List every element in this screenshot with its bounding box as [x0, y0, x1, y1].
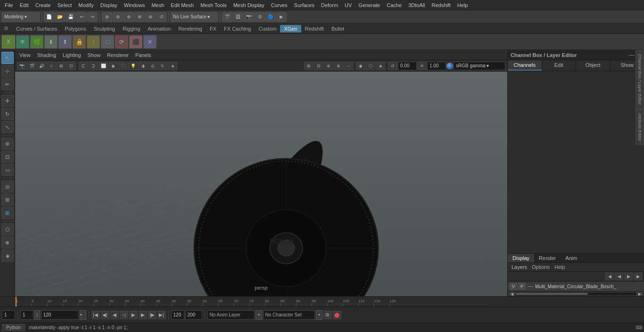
- shelf-tab-sculpting[interactable]: Sculpting: [90, 25, 119, 32]
- menu-edit[interactable]: Edit: [17, 1, 32, 9]
- menu-mesh-tools[interactable]: Mesh Tools: [198, 1, 229, 9]
- shelf-icon-5[interactable]: ⬆: [58, 35, 72, 49]
- vp-menu-shading[interactable]: Shading: [35, 52, 58, 58]
- ly-sub-help[interactable]: Help: [553, 264, 567, 270]
- render-btn-1[interactable]: 🎬: [222, 12, 232, 22]
- shelf-icon-10[interactable]: ⬛: [129, 35, 142, 49]
- shelf-icon-6[interactable]: 🔒: [73, 35, 86, 49]
- shelf-icon-1[interactable]: X: [2, 35, 15, 49]
- vp-exposure-value[interactable]: 1.00: [427, 62, 446, 70]
- menu-mesh-display[interactable]: Mesh Display: [231, 1, 267, 9]
- vp-icon-iso[interactable]: ⊏: [79, 62, 88, 70]
- vp-icon-extra-1[interactable]: ⊞: [304, 62, 314, 70]
- snap-btn-1[interactable]: ⊕: [102, 12, 112, 22]
- select-tool[interactable]: ↖: [1, 52, 14, 64]
- ly-tab-display[interactable]: Display: [508, 254, 534, 262]
- python-tab[interactable]: Python: [2, 324, 25, 331]
- max-frame-input[interactable]: 200: [185, 310, 202, 320]
- play-fwd-btn[interactable]: ▶: [129, 311, 138, 319]
- move-tool[interactable]: ✛: [1, 95, 14, 107]
- ly-sub-options[interactable]: Options: [530, 264, 552, 270]
- menu-cache[interactable]: Cache: [384, 1, 405, 9]
- color-space-dropdown[interactable]: sRGB gamma ▾: [454, 62, 505, 70]
- ch-tab-channels[interactable]: Channels: [508, 60, 542, 71]
- next-frame-btn[interactable]: ▶: [139, 311, 147, 319]
- vp-icon-grid[interactable]: ⊞: [57, 62, 66, 70]
- menu-display[interactable]: Display: [98, 1, 120, 9]
- poly-sel-2[interactable]: ⊕: [1, 236, 14, 249]
- snap-btn-6[interactable]: ↺: [156, 12, 166, 22]
- ly-layer-name[interactable]: Multi_Material_Circular_Blade_Bosch_: [535, 284, 642, 289]
- edge-tab-attribute[interactable]: Attribute Editor: [636, 109, 644, 146]
- xray-tool[interactable]: ◎: [1, 180, 14, 193]
- menu-deform[interactable]: Deform: [318, 1, 341, 9]
- scroll-track[interactable]: [515, 292, 636, 295]
- render-btn-2[interactable]: 🖼: [233, 12, 243, 22]
- shelf-icon-4[interactable]: ⬇: [44, 35, 58, 49]
- mode-dropdown[interactable]: Modeling ▾: [2, 12, 40, 22]
- shelf-tab-fx[interactable]: FX: [206, 25, 220, 32]
- shelf-tab-polygons[interactable]: Polygons: [61, 25, 90, 32]
- vp-icon-snap[interactable]: ⊹: [47, 62, 56, 70]
- ly-next-btn[interactable]: ▶: [624, 273, 633, 280]
- menu-create[interactable]: Create: [33, 1, 54, 9]
- marquee-tool[interactable]: ▭: [1, 164, 14, 176]
- menu-help[interactable]: Help: [454, 1, 471, 9]
- shelf-icon-7[interactable]: ↕: [87, 35, 100, 49]
- next-key-btn[interactable]: |▶: [148, 311, 157, 319]
- menu-mesh[interactable]: Mesh: [149, 1, 167, 9]
- shelf-icon-3[interactable]: 🌿: [30, 35, 43, 49]
- shelf-tab-xgen[interactable]: XGen: [280, 25, 301, 32]
- viewport-canvas[interactable]: BOSCH x y z persp: [15, 72, 507, 296]
- ly-playback-btn[interactable]: P: [518, 283, 526, 290]
- soft-sel-tool[interactable]: ⊛: [1, 138, 14, 150]
- show-manip-tool[interactable]: ⊡: [1, 151, 14, 163]
- shelf-icon-8[interactable]: ⬡: [101, 35, 114, 49]
- edge-tab-channel-box[interactable]: Channel Box / Layer Editor: [636, 50, 644, 109]
- vp-icon-sel[interactable]: ◈: [376, 62, 385, 70]
- vp-icon-extra-2[interactable]: ⊟: [314, 62, 323, 70]
- new-scene-btn[interactable]: 📄: [44, 12, 54, 22]
- ly-tab-render[interactable]: Render: [534, 254, 561, 262]
- render-btn-5[interactable]: 🔵: [265, 12, 276, 22]
- shelf-tab-rendering[interactable]: Rendering: [174, 25, 206, 32]
- vp-menu-view[interactable]: View: [17, 52, 33, 58]
- shelf-tab-animation[interactable]: Animation: [144, 25, 174, 32]
- snap-btn-4[interactable]: ⊕: [134, 12, 145, 22]
- ly-prev2-btn[interactable]: ◀: [615, 273, 623, 280]
- vp-icon-extra-4[interactable]: ⊗: [334, 62, 343, 70]
- playback-settings-btn[interactable]: ⚙: [323, 311, 332, 319]
- skip-end-btn[interactable]: ▶|: [157, 311, 166, 319]
- vp-color-swatch[interactable]: [446, 63, 453, 69]
- shelf-tab-custom[interactable]: Custom: [255, 25, 281, 32]
- vp-menu-renderer[interactable]: Renderer: [105, 52, 131, 58]
- vp-icon-extra-3[interactable]: ⊕: [324, 62, 333, 70]
- ly-tab-anim[interactable]: Anim: [561, 254, 582, 262]
- vp-icon-extra-5[interactable]: ↔: [344, 62, 353, 70]
- vp-icon-tex[interactable]: ⬛: [118, 62, 128, 70]
- menu-curves[interactable]: Curves: [268, 1, 290, 9]
- shelf-icon-9[interactable]: ⟳: [115, 35, 128, 49]
- menu-uv[interactable]: UV: [342, 1, 355, 9]
- anim-layer-expand[interactable]: ▾: [256, 310, 262, 320]
- scroll-right-btn[interactable]: ▶: [636, 292, 643, 296]
- vp-icon-smooth[interactable]: ◉: [108, 62, 118, 70]
- shelf-icon-2[interactable]: 👁: [16, 35, 29, 49]
- vp-icon-persp[interactable]: ⊐: [89, 62, 98, 70]
- render-btn-4[interactable]: ⚙: [255, 12, 265, 22]
- range-end-input[interactable]: 120: [41, 310, 79, 320]
- ly-next2-btn[interactable]: ▶: [634, 273, 642, 280]
- menu-modify[interactable]: Modify: [75, 1, 96, 9]
- open-btn[interactable]: 📂: [55, 12, 65, 22]
- redo-btn[interactable]: ↪: [87, 12, 98, 22]
- timeline-ruler[interactable]: 1 5 10 15 20 25 30 35 40 45 50 55 60 65 …: [15, 297, 507, 307]
- vp-icon-loop[interactable]: ↺: [388, 62, 397, 70]
- menu-edit-mesh[interactable]: Edit Mesh: [168, 1, 197, 9]
- vp-menu-show[interactable]: Show: [85, 52, 103, 58]
- panel-minimize-btn[interactable]: —: [629, 52, 635, 58]
- shelf-icon-11[interactable]: ✕: [143, 35, 157, 49]
- menu-redshift[interactable]: Redshift: [429, 1, 453, 9]
- lasso-tool[interactable]: ⊹: [1, 65, 14, 77]
- range-indicator[interactable]: ▾: [80, 310, 86, 320]
- current-frame-input[interactable]: 1: [2, 310, 15, 320]
